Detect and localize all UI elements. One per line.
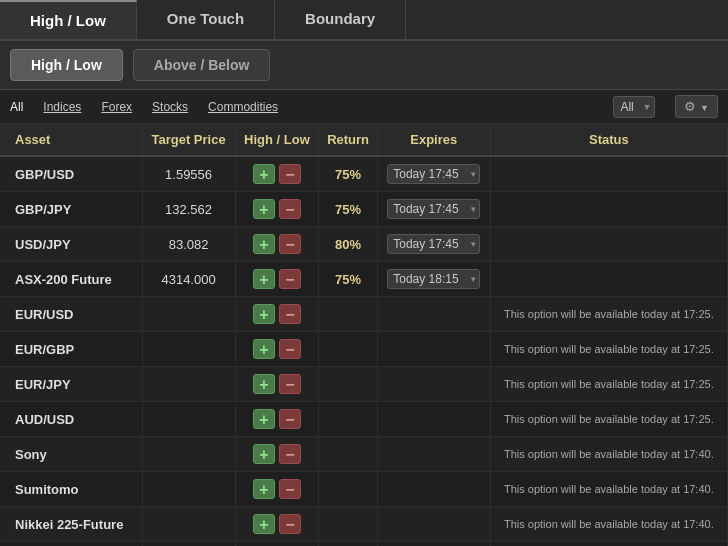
low-button[interactable]: − <box>279 514 301 534</box>
high-button[interactable]: + <box>253 339 275 359</box>
tab-boundary[interactable]: Boundary <box>275 0 406 39</box>
cell-expires <box>377 472 490 507</box>
asset-filter-select[interactable]: All <box>613 96 655 118</box>
low-button[interactable]: − <box>279 479 301 499</box>
filter-forex[interactable]: Forex <box>101 100 132 114</box>
cell-high-low-buttons: +− <box>235 297 319 332</box>
sub-tab-high-low[interactable]: High / Low <box>10 49 123 81</box>
dropdown-arrow-icon: ▼ <box>700 103 709 113</box>
tab-high-low[interactable]: High / Low <box>0 0 137 39</box>
high-button[interactable]: + <box>253 409 275 429</box>
cell-asset: Sumitomo <box>0 472 142 507</box>
tab-one-touch[interactable]: One Touch <box>137 0 275 39</box>
cell-return <box>319 402 377 437</box>
expires-wrapper: Today 17:45 <box>387 199 480 219</box>
table-row: Nikkei 225-Future+−This option will be a… <box>0 507 728 542</box>
cell-return <box>319 437 377 472</box>
table-row: Sumitomo+−This option will be available … <box>0 472 728 507</box>
cell-status: This option will be available today at 1… <box>490 367 727 402</box>
cell-target-price: 132.562 <box>142 192 235 227</box>
expires-select[interactable]: Today 18:15 <box>387 269 480 289</box>
filter-all[interactable]: All <box>10 100 23 114</box>
low-button[interactable]: − <box>279 339 301 359</box>
table-row: ASX-200 Future4314.000+−75%Today 18:15 <box>0 262 728 297</box>
cell-target-price: 1.59556 <box>142 156 235 192</box>
asset-table: Asset Target Price High / Low Return Exp… <box>0 124 728 546</box>
high-button[interactable]: + <box>253 444 275 464</box>
low-button[interactable]: − <box>279 444 301 464</box>
col-header-target-price: Target Price <box>142 124 235 156</box>
cell-expires[interactable]: Today 17:45 <box>377 156 490 192</box>
cell-return: 75% <box>319 156 377 192</box>
cell-target-price <box>142 472 235 507</box>
cell-status <box>490 262 727 297</box>
cell-asset: Nikkei 225-Future <box>0 507 142 542</box>
low-button[interactable]: − <box>279 304 301 324</box>
settings-button[interactable]: ⚙ ▼ <box>675 95 718 118</box>
high-button[interactable]: + <box>253 514 275 534</box>
cell-high-low-buttons: +− <box>235 367 319 402</box>
cell-high-low-buttons: +− <box>235 227 319 262</box>
low-button[interactable]: − <box>279 234 301 254</box>
cell-expires <box>377 437 490 472</box>
expires-wrapper: Today 17:45 <box>387 234 480 254</box>
low-button[interactable]: − <box>279 409 301 429</box>
low-button[interactable]: − <box>279 374 301 394</box>
cell-high-low-buttons: +− <box>235 262 319 297</box>
cell-target-price <box>142 542 235 547</box>
low-button[interactable]: − <box>279 199 301 219</box>
sub-tab-above-below[interactable]: Above / Below <box>133 49 271 81</box>
table-row: USD/JPY83.082+−80%Today 17:45 <box>0 227 728 262</box>
table-row: EUR/JPY+−This option will be available t… <box>0 367 728 402</box>
cell-asset: USD/JPY <box>0 227 142 262</box>
cell-asset: EUR/JPY <box>0 367 142 402</box>
expires-select[interactable]: Today 17:45 <box>387 234 480 254</box>
cell-expires[interactable]: Today 17:45 <box>377 192 490 227</box>
high-button[interactable]: + <box>253 269 275 289</box>
cell-return <box>319 332 377 367</box>
high-button[interactable]: + <box>253 234 275 254</box>
expires-select[interactable]: Today 17:45 <box>387 164 480 184</box>
low-button[interactable]: − <box>279 164 301 184</box>
high-button[interactable]: + <box>253 164 275 184</box>
asset-filter-wrapper: All <box>613 96 655 118</box>
cell-return: 80% <box>319 227 377 262</box>
filter-stocks[interactable]: Stocks <box>152 100 188 114</box>
cell-return <box>319 542 377 547</box>
high-button[interactable]: + <box>253 304 275 324</box>
low-button[interactable]: − <box>279 269 301 289</box>
cell-high-low-buttons: +− <box>235 156 319 192</box>
cell-return: 75% <box>319 262 377 297</box>
cell-high-low-buttons: +− <box>235 192 319 227</box>
cell-asset: Sony <box>0 437 142 472</box>
cell-status <box>490 227 727 262</box>
cell-high-low-buttons: +− <box>235 437 319 472</box>
expires-select[interactable]: Today 17:45 <box>387 199 480 219</box>
table-row: GBP/JPY132.562+−75%Today 17:45 <box>0 192 728 227</box>
cell-high-low-buttons: +− <box>235 402 319 437</box>
availability-message: This option will be available today at 1… <box>504 483 714 495</box>
cell-status <box>490 192 727 227</box>
filter-commodities[interactable]: Commodities <box>208 100 278 114</box>
cell-expires[interactable]: Today 18:15 <box>377 262 490 297</box>
col-header-high-low: High / Low <box>235 124 319 156</box>
cell-asset: EUR/USD <box>0 297 142 332</box>
high-button[interactable]: + <box>253 479 275 499</box>
cell-status: This option will be available today at 1… <box>490 507 727 542</box>
cell-target-price <box>142 437 235 472</box>
gear-icon: ⚙ <box>684 99 696 114</box>
cell-return: 75% <box>319 192 377 227</box>
cell-status: This option will be available today at 1… <box>490 297 727 332</box>
high-button[interactable]: + <box>253 374 275 394</box>
cell-return <box>319 472 377 507</box>
cell-high-low-buttons: +− <box>235 472 319 507</box>
high-button[interactable]: + <box>253 199 275 219</box>
expires-wrapper: Today 18:15 <box>387 269 480 289</box>
filter-indices[interactable]: Indices <box>43 100 81 114</box>
cell-expires[interactable]: Today 17:45 <box>377 227 490 262</box>
cell-asset: EUR/GBP <box>0 332 142 367</box>
table-row: GBP/USD1.59556+−75%Today 17:45 <box>0 156 728 192</box>
table-header: Asset Target Price High / Low Return Exp… <box>0 124 728 156</box>
cell-target-price <box>142 297 235 332</box>
availability-message: This option will be available today at 1… <box>504 518 714 530</box>
